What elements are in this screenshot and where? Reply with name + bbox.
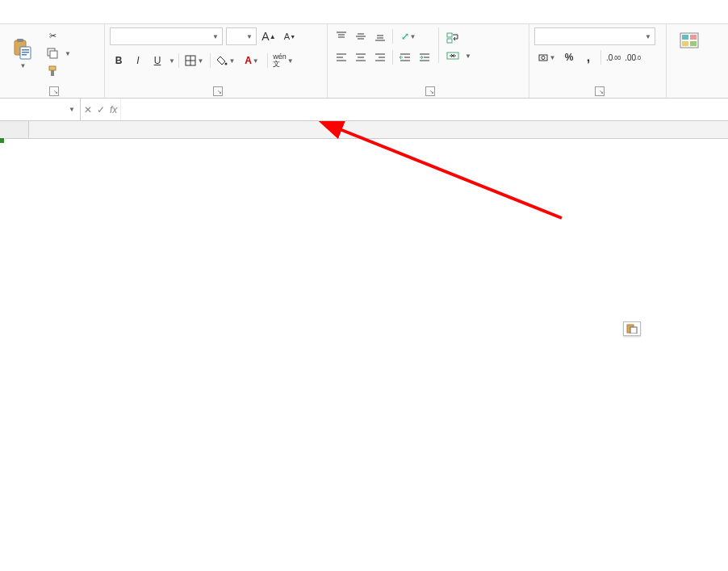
- number-format-select[interactable]: ▼: [534, 27, 655, 45]
- font-size-select[interactable]: ▼: [226, 27, 257, 45]
- ribbon-group-alignment: ⤢▼ ▼ ↘: [328, 24, 529, 98]
- svg-rect-9: [51, 70, 54, 76]
- spreadsheet-grid: [0, 121, 728, 139]
- border-button[interactable]: ▼: [182, 52, 207, 69]
- svg-rect-7: [50, 51, 57, 58]
- cut-button[interactable]: ✂: [44, 27, 73, 44]
- wrap-text-button[interactable]: [444, 30, 474, 46]
- svg-rect-3: [22, 49, 29, 51]
- align-top-button[interactable]: [333, 27, 350, 45]
- align-center-button[interactable]: [352, 48, 370, 66]
- increase-decimal-button[interactable]: .0.00: [605, 48, 622, 66]
- dialog-launcher-icon[interactable]: ↘: [595, 86, 605, 96]
- comma-button[interactable]: ,: [579, 48, 597, 66]
- chevron-down-icon: ▼: [20, 62, 27, 69]
- copy-icon: [46, 47, 59, 60]
- svg-rect-4: [22, 52, 29, 53]
- confirm-formula-icon[interactable]: ✓: [97, 104, 105, 115]
- paste-button[interactable]: ▼: [5, 27, 40, 79]
- menu-bar: [0, 0, 728, 24]
- font-name-select[interactable]: ▼: [110, 27, 223, 45]
- ribbon-group-clipboard: ▼ ✂ ▼ ↘: [0, 24, 105, 98]
- decrease-font-button[interactable]: A▼: [281, 27, 299, 45]
- underline-button[interactable]: U: [149, 52, 166, 69]
- name-box[interactable]: ▼: [0, 99, 81, 120]
- cancel-formula-icon[interactable]: ✕: [84, 104, 92, 115]
- fill-color-button[interactable]: ▼: [214, 52, 238, 69]
- brush-icon: [46, 65, 59, 78]
- align-bottom-button[interactable]: [371, 27, 389, 45]
- align-left-button[interactable]: [333, 48, 350, 66]
- merge-icon: [446, 49, 459, 62]
- svg-rect-44: [682, 35, 688, 40]
- dialog-launcher-icon[interactable]: ↘: [425, 86, 435, 96]
- svg-line-50: [336, 128, 562, 218]
- conditional-format-button[interactable]: [672, 27, 707, 55]
- italic-button[interactable]: I: [129, 52, 147, 69]
- bold-button[interactable]: B: [110, 52, 128, 69]
- decrease-decimal-button[interactable]: .00.0: [624, 48, 642, 66]
- svg-rect-39: [447, 39, 452, 43]
- annotation-arrow: [0, 121, 728, 444]
- ribbon: ▼ ✂ ▼ ↘ ▼ ▼ A▲ A▼ B I U▼ ▼: [0, 24, 728, 99]
- svg-rect-49: [630, 327, 637, 334]
- svg-rect-45: [690, 35, 697, 40]
- format-painter-button[interactable]: [44, 63, 73, 79]
- svg-rect-5: [22, 54, 27, 56]
- select-all-corner[interactable]: [0, 121, 29, 138]
- dialog-launcher-icon[interactable]: ↘: [213, 86, 223, 96]
- column-headers: [0, 121, 728, 139]
- ribbon-group-number: ▼ ▼ % , .0.00 .00.0 ↘: [529, 24, 667, 98]
- svg-point-42: [542, 57, 545, 60]
- scissors-icon: ✂: [46, 29, 59, 42]
- svg-rect-46: [682, 41, 688, 46]
- svg-point-13: [225, 63, 228, 65]
- align-right-button[interactable]: [371, 48, 389, 66]
- percent-button[interactable]: %: [560, 48, 578, 66]
- ribbon-group-styles: [667, 24, 707, 98]
- font-color-button[interactable]: A▼: [240, 52, 264, 69]
- dialog-launcher-icon[interactable]: ↘: [49, 86, 59, 96]
- formula-bar: ▼ ✕ ✓ fx: [0, 99, 728, 121]
- cell-selection: [0, 139, 3, 142]
- align-middle-button[interactable]: [352, 27, 370, 45]
- decrease-indent-button[interactable]: [396, 48, 414, 66]
- increase-font-button[interactable]: A▲: [260, 27, 278, 45]
- svg-rect-47: [690, 41, 697, 46]
- fx-icon[interactable]: fx: [110, 104, 117, 115]
- svg-rect-38: [447, 33, 452, 37]
- svg-rect-8: [49, 66, 56, 70]
- accounting-format-button[interactable]: ▼: [534, 48, 559, 66]
- copy-button[interactable]: ▼: [44, 45, 73, 61]
- phonetic-button[interactable]: wén文▼: [271, 52, 295, 69]
- paste-options-button[interactable]: [623, 321, 641, 336]
- orientation-button[interactable]: ⤢▼: [396, 27, 420, 45]
- merge-center-button[interactable]: ▼: [444, 48, 474, 64]
- svg-rect-1: [17, 39, 23, 42]
- ribbon-group-font: ▼ ▼ A▲ A▼ B I U▼ ▼ ▼ A▼ wén文▼ ↘: [105, 24, 328, 98]
- increase-indent-button[interactable]: [416, 48, 433, 66]
- paste-icon: [11, 38, 34, 61]
- conditional-format-icon: [678, 29, 701, 52]
- wrap-icon: [446, 31, 459, 44]
